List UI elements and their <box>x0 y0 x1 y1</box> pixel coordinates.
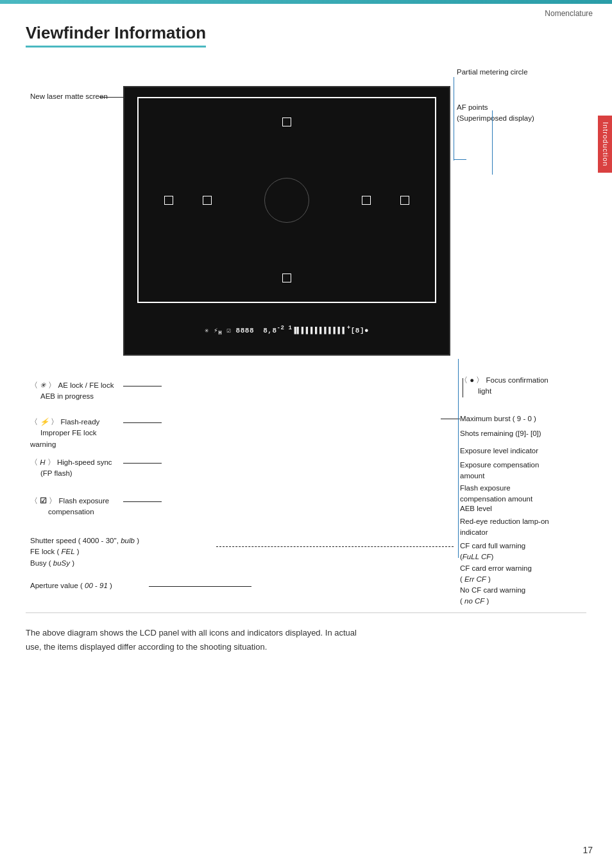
af-point-far-left <box>203 196 212 205</box>
viewfinder-box: ✳ ⚡H ☑ 8888 8,8-2 1▐▌▌▌▌▌▌▌▌▌▌▌+[8]● <box>123 86 450 356</box>
af-point-left <box>164 196 173 205</box>
page-number: 17 <box>582 845 593 855</box>
annotation-shutter-speed: Shutter speed ( 4000 - 30'', bulb ) FE l… <box>30 535 223 569</box>
ae-lock-line2: AEB in progress <box>30 392 94 400</box>
af-point-right <box>400 196 409 205</box>
diagram-area: ✳ ⚡H ☑ 8888 8,8-2 1▐▌▌▌▌▌▌▌▌▌▌▌+[8]● New… <box>30 67 582 580</box>
line-flash-exp-comp <box>123 501 162 502</box>
af-point-top <box>282 117 291 126</box>
bottom-text-line2: use, the items displayed differ accordin… <box>26 640 586 654</box>
metering-circle <box>264 178 309 223</box>
annotation-high-speed: 〈 H 〉 High-speed sync (FP flash) <box>30 457 123 480</box>
af-point-bottom <box>282 273 291 282</box>
annotation-aperture: Aperture value ( 00 - 91 ) <box>30 580 158 591</box>
bottom-description: The above diagram shows the LCD panel wi… <box>26 612 586 654</box>
annotation-flash-exp-comp: 〈 ☑ 〉 Flash exposure compensation <box>30 496 123 518</box>
line-shutter-dashed <box>216 546 454 547</box>
annotation-exposure-level: Exposure level indicator <box>460 446 566 456</box>
annotation-red-eye: Red-eye reduction lamp-on indicator <box>460 516 566 539</box>
bottom-text-line1: The above diagram shows the LCD panel wi… <box>26 626 586 640</box>
annotation-partial-metering: Partial metering circle <box>457 67 566 78</box>
annotation-ae-lock: 〈 ✳ 〉 AE lock / FE lock AEB in progress <box>30 380 123 403</box>
lcd-display-text: ✳ ⚡H ☑ 8888 8,8-2 1▐▌▌▌▌▌▌▌▌▌▌▌+[8]● <box>205 324 369 336</box>
line-max-burst <box>441 419 460 419</box>
line-high-speed <box>123 463 162 464</box>
annotation-aeb-level: AEB level <box>460 503 566 514</box>
line-partial-metering-h <box>454 159 466 160</box>
annotation-exp-comp-amount: Exposure compensation amount <box>460 460 566 482</box>
line-ae-lock <box>123 386 162 386</box>
line-aperture <box>149 586 251 587</box>
annotation-shots-remaining: Shots remaining ([9]- [0]) <box>460 428 566 439</box>
annotation-max-burst: Maximum burst ( 9 - 0 ) <box>460 413 566 424</box>
line-flash-ready <box>123 422 162 423</box>
annotation-af-points: AF points (Superimposed display) <box>457 102 566 125</box>
page-title: Viewfinder Information <box>26 23 206 48</box>
annotation-cf-full: CF card full warning (FuLL CF) CF card e… <box>460 541 566 607</box>
annotation-focus-confirm: 〈 ● 〉 Focus confirmation light <box>460 375 566 397</box>
line-partial-metering-v <box>454 77 454 161</box>
ae-lock-line1: 〈 ✳ 〉 AE lock / FE lock <box>30 381 114 389</box>
viewfinder-inner-frame <box>137 97 436 303</box>
annotation-laser-matte: New laser matte screen <box>30 91 108 102</box>
line-focus-v <box>463 378 463 397</box>
annotation-flash-exp-amount: Flash exposure compensation amount <box>460 483 566 505</box>
line-af-v <box>492 110 493 175</box>
lcd-strip: ✳ ⚡H ☑ 8888 8,8-2 1▐▌▌▌▌▌▌▌▌▌▌▌+[8]● <box>131 313 443 348</box>
line-right-main-v <box>458 359 459 558</box>
main-content: Viewfinder Information ✳ ⚡H ☑ 8888 8,8-2 <box>0 4 612 673</box>
annotation-flash-ready: 〈 ⚡ 〉 Flash-ready Improper FE lock warni… <box>30 417 123 450</box>
line-laser-matte <box>99 97 125 98</box>
af-point-far-right <box>362 196 371 205</box>
